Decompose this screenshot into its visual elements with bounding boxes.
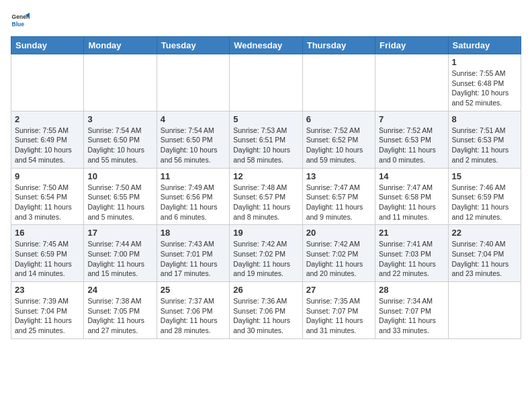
day-info: Sunrise: 7:55 AM Sunset: 6:49 PM Dayligh… (15, 126, 80, 165)
day-number: 4 (161, 114, 226, 124)
day-number: 20 (306, 228, 371, 238)
day-number: 23 (15, 285, 80, 295)
day-number: 10 (87, 171, 152, 181)
day-info: Sunrise: 7:38 AM Sunset: 7:05 PM Dayligh… (87, 296, 152, 336)
day-info: Sunrise: 7:52 AM Sunset: 6:53 PM Dayligh… (379, 126, 444, 165)
day-number: 22 (452, 228, 517, 238)
day-info: Sunrise: 7:45 AM Sunset: 6:59 PM Dayligh… (15, 239, 80, 279)
day-number: 26 (233, 285, 298, 295)
day-info: Sunrise: 7:40 AM Sunset: 7:04 PM Dayligh… (452, 239, 517, 279)
day-number: 21 (379, 228, 444, 238)
day-number: 13 (306, 171, 371, 181)
day-info: Sunrise: 7:47 AM Sunset: 6:57 PM Dayligh… (306, 183, 371, 222)
calendar-day-header: Thursday (302, 37, 375, 54)
day-number: 12 (233, 171, 298, 181)
day-info: Sunrise: 7:42 AM Sunset: 7:02 PM Dayligh… (233, 239, 298, 279)
calendar-cell (157, 54, 229, 111)
calendar-cell: 12Sunrise: 7:48 AM Sunset: 6:57 PM Dayli… (230, 168, 302, 225)
day-info: Sunrise: 7:51 AM Sunset: 6:53 PM Dayligh… (452, 126, 517, 165)
calendar-cell: 24Sunrise: 7:38 AM Sunset: 7:05 PM Dayli… (84, 282, 157, 339)
calendar-cell: 23Sunrise: 7:39 AM Sunset: 7:04 PM Dayli… (11, 282, 84, 339)
calendar-cell: 6Sunrise: 7:52 AM Sunset: 6:52 PM Daylig… (302, 111, 375, 168)
day-number: 25 (161, 285, 226, 295)
day-info: Sunrise: 7:41 AM Sunset: 7:03 PM Dayligh… (379, 239, 444, 279)
day-info: Sunrise: 7:34 AM Sunset: 7:07 PM Dayligh… (379, 296, 444, 336)
calendar-cell: 9Sunrise: 7:50 AM Sunset: 6:54 PM Daylig… (11, 168, 84, 225)
day-info: Sunrise: 7:39 AM Sunset: 7:04 PM Dayligh… (15, 296, 80, 336)
day-info: Sunrise: 7:55 AM Sunset: 6:48 PM Dayligh… (452, 68, 517, 108)
day-number: 27 (306, 285, 371, 295)
day-info: Sunrise: 7:50 AM Sunset: 6:54 PM Dayligh… (15, 183, 80, 222)
calendar-week-row: 9Sunrise: 7:50 AM Sunset: 6:54 PM Daylig… (11, 168, 521, 225)
day-info: Sunrise: 7:54 AM Sunset: 6:50 PM Dayligh… (87, 126, 152, 165)
day-number: 7 (379, 114, 444, 124)
day-number: 24 (87, 285, 152, 295)
calendar-day-header: Wednesday (230, 37, 302, 54)
calendar-header-row: SundayMondayTuesdayWednesdayThursdayFrid… (11, 37, 521, 54)
calendar-cell: 22Sunrise: 7:40 AM Sunset: 7:04 PM Dayli… (448, 225, 521, 282)
calendar-cell (302, 54, 375, 111)
calendar-cell: 26Sunrise: 7:36 AM Sunset: 7:06 PM Dayli… (230, 282, 302, 339)
calendar-cell: 15Sunrise: 7:46 AM Sunset: 6:59 PM Dayli… (448, 168, 521, 225)
calendar-week-row: 2Sunrise: 7:55 AM Sunset: 6:49 PM Daylig… (11, 111, 521, 168)
calendar-week-row: 16Sunrise: 7:45 AM Sunset: 6:59 PM Dayli… (11, 225, 521, 282)
calendar-cell: 25Sunrise: 7:37 AM Sunset: 7:06 PM Dayli… (157, 282, 229, 339)
day-info: Sunrise: 7:46 AM Sunset: 6:59 PM Dayligh… (452, 183, 517, 222)
calendar-cell: 11Sunrise: 7:49 AM Sunset: 6:56 PM Dayli… (157, 168, 229, 225)
calendar-cell: 17Sunrise: 7:44 AM Sunset: 7:00 PM Dayli… (84, 225, 157, 282)
day-number: 28 (379, 285, 444, 295)
calendar-day-header: Monday (84, 37, 157, 54)
day-info: Sunrise: 7:49 AM Sunset: 6:56 PM Dayligh… (161, 183, 226, 222)
page-header: General Blue (11, 11, 521, 30)
calendar-day-header: Saturday (448, 37, 521, 54)
calendar-day-header: Sunday (11, 37, 84, 54)
calendar-cell: 7Sunrise: 7:52 AM Sunset: 6:53 PM Daylig… (375, 111, 448, 168)
day-info: Sunrise: 7:37 AM Sunset: 7:06 PM Dayligh… (161, 296, 226, 336)
calendar-week-row: 23Sunrise: 7:39 AM Sunset: 7:04 PM Dayli… (11, 282, 521, 339)
calendar-cell: 3Sunrise: 7:54 AM Sunset: 6:50 PM Daylig… (84, 111, 157, 168)
calendar-cell (84, 54, 157, 111)
calendar-day-header: Tuesday (157, 37, 229, 54)
day-number: 9 (15, 171, 80, 181)
day-number: 6 (306, 114, 371, 124)
logo: General Blue (11, 11, 31, 30)
calendar-cell (11, 54, 84, 111)
day-info: Sunrise: 7:36 AM Sunset: 7:06 PM Dayligh… (233, 296, 298, 336)
day-number: 8 (452, 114, 517, 124)
calendar-cell: 5Sunrise: 7:53 AM Sunset: 6:51 PM Daylig… (230, 111, 302, 168)
calendar-cell: 16Sunrise: 7:45 AM Sunset: 6:59 PM Dayli… (11, 225, 84, 282)
logo-icon: General Blue (11, 11, 30, 30)
calendar-cell: 27Sunrise: 7:35 AM Sunset: 7:07 PM Dayli… (302, 282, 375, 339)
day-number: 15 (452, 171, 517, 181)
day-info: Sunrise: 7:47 AM Sunset: 6:58 PM Dayligh… (379, 183, 444, 222)
calendar-cell: 18Sunrise: 7:43 AM Sunset: 7:01 PM Dayli… (157, 225, 229, 282)
day-info: Sunrise: 7:44 AM Sunset: 7:00 PM Dayligh… (87, 239, 152, 279)
calendar-cell: 1Sunrise: 7:55 AM Sunset: 6:48 PM Daylig… (448, 54, 521, 111)
calendar-cell (230, 54, 302, 111)
day-number: 14 (379, 171, 444, 181)
calendar-table: SundayMondayTuesdayWednesdayThursdayFrid… (11, 36, 521, 339)
calendar-cell: 13Sunrise: 7:47 AM Sunset: 6:57 PM Dayli… (302, 168, 375, 225)
day-number: 18 (161, 228, 226, 238)
calendar-cell: 20Sunrise: 7:42 AM Sunset: 7:02 PM Dayli… (302, 225, 375, 282)
day-info: Sunrise: 7:52 AM Sunset: 6:52 PM Dayligh… (306, 126, 371, 165)
calendar-cell (448, 282, 521, 339)
day-info: Sunrise: 7:50 AM Sunset: 6:55 PM Dayligh… (87, 183, 152, 222)
day-info: Sunrise: 7:35 AM Sunset: 7:07 PM Dayligh… (306, 296, 371, 336)
calendar-cell: 21Sunrise: 7:41 AM Sunset: 7:03 PM Dayli… (375, 225, 448, 282)
day-number: 17 (87, 228, 152, 238)
day-info: Sunrise: 7:42 AM Sunset: 7:02 PM Dayligh… (306, 239, 371, 279)
calendar-cell: 4Sunrise: 7:54 AM Sunset: 6:50 PM Daylig… (157, 111, 229, 168)
svg-text:Blue: Blue (12, 21, 25, 28)
day-number: 11 (161, 171, 226, 181)
day-info: Sunrise: 7:43 AM Sunset: 7:01 PM Dayligh… (161, 239, 226, 279)
calendar-cell: 28Sunrise: 7:34 AM Sunset: 7:07 PM Dayli… (375, 282, 448, 339)
day-info: Sunrise: 7:53 AM Sunset: 6:51 PM Dayligh… (233, 126, 298, 165)
day-info: Sunrise: 7:48 AM Sunset: 6:57 PM Dayligh… (233, 183, 298, 222)
calendar-cell: 10Sunrise: 7:50 AM Sunset: 6:55 PM Dayli… (84, 168, 157, 225)
day-number: 16 (15, 228, 80, 238)
day-info: Sunrise: 7:54 AM Sunset: 6:50 PM Dayligh… (161, 126, 226, 165)
calendar-cell: 14Sunrise: 7:47 AM Sunset: 6:58 PM Dayli… (375, 168, 448, 225)
day-number: 2 (15, 114, 80, 124)
day-number: 3 (87, 114, 152, 124)
